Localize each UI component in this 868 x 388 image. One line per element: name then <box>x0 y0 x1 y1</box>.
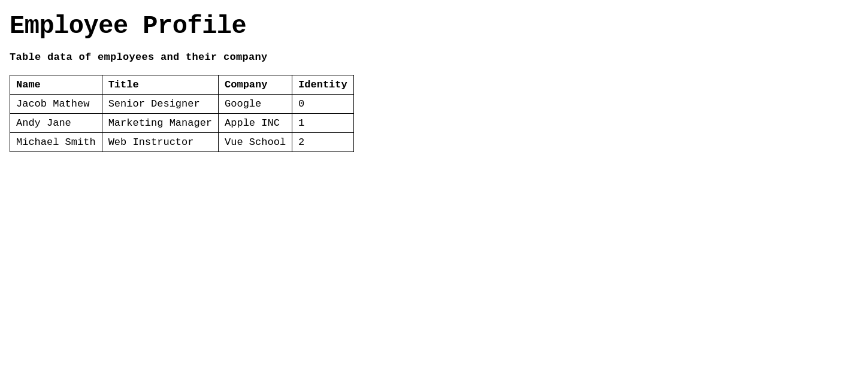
table-row: Andy JaneMarketing ManagerApple INC1 <box>10 114 354 133</box>
table-header-row: Name Title Company Identity <box>10 75 354 95</box>
column-header-title: Title <box>102 75 218 95</box>
cell-title: Marketing Manager <box>102 114 218 133</box>
cell-name: Michael Smith <box>10 133 102 152</box>
employee-table: Name Title Company Identity Jacob Mathew… <box>10 75 354 152</box>
column-header-company: Company <box>219 75 292 95</box>
cell-title: Web Instructor <box>102 133 218 152</box>
table-row: Michael SmithWeb InstructorVue School2 <box>10 133 354 152</box>
column-header-identity: Identity <box>292 75 354 95</box>
page-title: Employee Profile <box>10 12 858 41</box>
cell-title: Senior Designer <box>102 95 218 114</box>
cell-name: Jacob Mathew <box>10 95 102 114</box>
cell-company: Google <box>219 95 292 114</box>
cell-name: Andy Jane <box>10 114 102 133</box>
column-header-name: Name <box>10 75 102 95</box>
page-subtitle: Table data of employees and their compan… <box>10 51 858 63</box>
cell-company: Apple INC <box>219 114 292 133</box>
cell-identity: 0 <box>292 95 354 114</box>
table-row: Jacob MathewSenior DesignerGoogle0 <box>10 95 354 114</box>
cell-identity: 2 <box>292 133 354 152</box>
cell-identity: 1 <box>292 114 354 133</box>
cell-company: Vue School <box>219 133 292 152</box>
